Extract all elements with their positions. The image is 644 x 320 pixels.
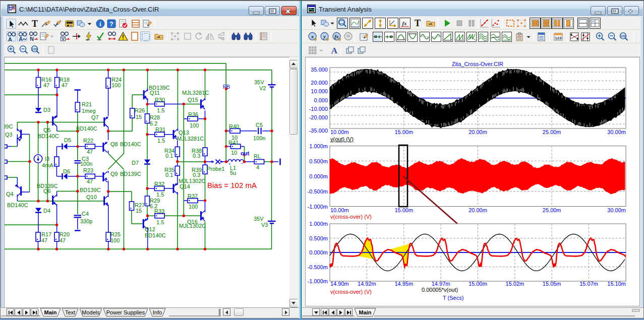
svg-text:Q5: Q5 [43, 127, 51, 133]
svg-text:0.500m: 0.500m [309, 158, 328, 164]
svg-text:10.00m: 10.00m [330, 129, 349, 135]
svg-text:R31: R31 [155, 126, 165, 133]
svg-text:Main: Main [44, 309, 56, 315]
svg-text:I3: I3 [45, 156, 49, 162]
svg-text:Q6: Q6 [43, 188, 51, 194]
svg-text:-1.000m: -1.000m [307, 278, 327, 284]
svg-text:0.500m: 0.500m [309, 235, 328, 241]
svg-text:330p: 330p [80, 218, 92, 224]
svg-text:35.000: 35.000 [311, 67, 328, 73]
svg-text:BD140C: BD140C [76, 125, 97, 132]
svg-text:BD139C: BD139C [80, 187, 101, 193]
svg-text:A: A [331, 46, 337, 55]
svg-text:100: 100 [110, 237, 120, 243]
svg-text:R26: R26 [135, 107, 145, 113]
svg-text:Zita_Cross-Over.CIR: Zita_Cross-Over.CIR [451, 61, 503, 67]
svg-text:v(out) (V): v(out) (V) [330, 136, 354, 142]
svg-text:FB: FB [223, 84, 230, 90]
svg-text:10.000: 10.000 [311, 88, 328, 94]
svg-text:Q15: Q15 [188, 97, 198, 103]
svg-text:fx: fx [402, 20, 407, 26]
svg-text:Main: Main [359, 309, 371, 315]
svg-text:100: 100 [620, 34, 626, 38]
svg-text:6.2: 6.2 [150, 203, 157, 209]
svg-text:Q8: Q8 [110, 141, 118, 147]
svg-text:30.00m: 30.00m [607, 129, 626, 135]
svg-text:R36: R36 [188, 111, 198, 117]
svg-text:BD140C: BD140C [7, 202, 28, 208]
svg-text:15.00m: 15.00m [469, 281, 487, 287]
svg-text:15.10m: 15.10m [607, 281, 626, 287]
svg-text:1.5: 1.5 [156, 219, 164, 225]
svg-text:Power Supplies: Power Supplies [106, 309, 145, 315]
svg-text:T (Secs): T (Secs) [443, 295, 463, 301]
svg-text:123: 123 [555, 36, 562, 40]
svg-text:Q3: Q3 [5, 132, 13, 138]
svg-text:?: ? [109, 21, 113, 28]
svg-text:100n: 100n [253, 135, 265, 141]
svg-text:0.000m: 0.000m [309, 249, 328, 255]
svg-text:0.1: 0.1 [165, 172, 173, 178]
svg-text:10: 10 [231, 150, 237, 156]
svg-text:15.05m: 15.05m [542, 281, 561, 287]
svg-text:15: 15 [136, 208, 142, 214]
svg-text:0.000m: 0.000m [309, 173, 328, 179]
svg-text:5u: 5u [230, 170, 236, 176]
svg-text:Bias = 102 mA: Bias = 102 mA [207, 181, 257, 189]
svg-text:15.07m: 15.07m [579, 281, 598, 287]
svg-text:35V: 35V [254, 216, 264, 222]
svg-text:35V: 35V [254, 79, 264, 85]
svg-text:-10.000: -10.000 [309, 106, 327, 112]
svg-text:1.000m: 1.000m [309, 221, 328, 227]
svg-text:C4: C4 [82, 211, 89, 217]
svg-text:R32: R32 [154, 181, 164, 187]
svg-text:A: A [19, 36, 22, 42]
svg-text:47: 47 [41, 237, 47, 243]
svg-text:Text: Text [65, 309, 75, 315]
svg-text:20.000: 20.000 [311, 80, 328, 86]
svg-text:R16: R16 [41, 77, 51, 83]
svg-text:x: x [310, 34, 313, 39]
svg-text:100: 100 [189, 204, 198, 210]
svg-text:0.3: 0.3 [193, 153, 200, 159]
svg-text:25.00m: 25.00m [542, 129, 561, 135]
svg-text:15.02m: 15.02m [505, 281, 524, 287]
svg-text:Q14: Q14 [180, 183, 190, 189]
svg-text:6.2: 6.2 [150, 120, 157, 126]
svg-text:15: 15 [136, 114, 142, 120]
svg-text:R23: R23 [83, 167, 93, 173]
svg-text:Info: Info [153, 309, 162, 315]
svg-text:4: 4 [256, 164, 259, 170]
svg-text:47: 47 [87, 178, 93, 184]
svg-text:10.00m: 10.00m [330, 207, 349, 213]
svg-text:MJL3281C: MJL3281C [182, 90, 209, 96]
svg-text:14.97m: 14.97m [431, 281, 450, 287]
svg-text:47: 47 [62, 82, 68, 88]
svg-text:D4: D4 [43, 208, 50, 214]
svg-text:y: y [322, 34, 326, 39]
svg-text:BD139C: BD139C [5, 123, 13, 130]
svg-text:Q7: Q7 [91, 114, 99, 120]
svg-text:Q10: Q10 [86, 194, 97, 200]
svg-text:BD140C: BD140C [145, 232, 166, 238]
svg-text:D5: D5 [64, 137, 71, 143]
svg-text:-20.000: -20.000 [309, 114, 327, 120]
svg-text:Q13: Q13 [179, 130, 189, 136]
svg-text:30.00m: 30.00m [607, 207, 626, 213]
svg-text:BD140C: BD140C [120, 141, 141, 147]
svg-text:−: − [241, 161, 243, 166]
svg-text:15.00m: 15.00m [394, 207, 413, 213]
svg-text:20.00m: 20.00m [469, 129, 487, 135]
svg-text:1.5: 1.5 [156, 191, 164, 198]
svg-text:T: T [414, 18, 420, 28]
svg-text:100: 100 [111, 82, 121, 88]
svg-text:A: A [8, 36, 12, 42]
svg-text:Models: Models [82, 309, 100, 315]
svg-text:4mA: 4mA [42, 162, 53, 168]
svg-text:N: N [30, 36, 34, 41]
svg-text:V3: V3 [261, 222, 268, 228]
svg-text:0.1: 0.1 [165, 153, 173, 159]
svg-text:R41: R41 [228, 140, 239, 146]
svg-text:Q4: Q4 [6, 191, 14, 197]
svg-text:R30: R30 [155, 97, 165, 103]
